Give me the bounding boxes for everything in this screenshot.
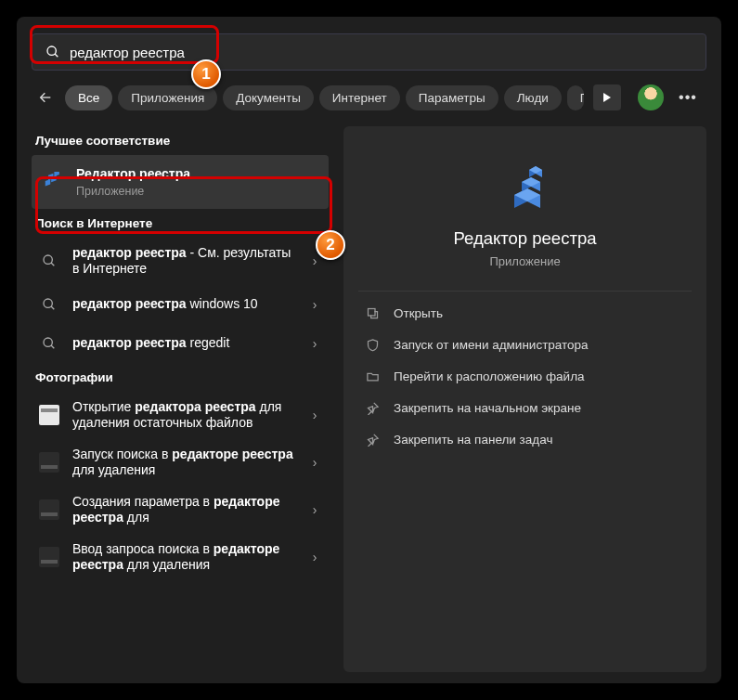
action-label: Запуск от имени администратора	[394, 338, 589, 352]
annotation-badge-1: 1	[191, 59, 221, 89]
photo-result-text: Открытие редактора реестра для удаления …	[72, 399, 301, 432]
user-avatar[interactable]	[638, 84, 664, 110]
photo-thumb-icon	[37, 498, 61, 522]
divider	[358, 291, 692, 292]
start-search-panel: Все Приложения Документы Интернет Параме…	[17, 17, 721, 683]
tab-all[interactable]: Все	[65, 85, 112, 110]
pin-icon	[364, 431, 381, 447]
photo-result-text: Запуск поиска в редакторе реестра для уд…	[72, 447, 301, 479]
tab-people[interactable]: Люди	[504, 85, 562, 110]
action-pin-taskbar[interactable]: Закрепить на панели задач	[358, 423, 692, 455]
pin-icon	[364, 399, 381, 416]
photo-result[interactable]: Создания параметра в редакторе реестра д…	[32, 486, 329, 534]
chevron-right-icon: ›	[306, 550, 323, 564]
web-result[interactable]: редактор реестра regedit ›	[32, 324, 329, 363]
svg-point-10	[44, 299, 52, 307]
search-icon	[37, 331, 61, 356]
best-match-header: Лучшее соответствие	[32, 126, 329, 155]
filter-row: Все Приложения Документы Интернет Параме…	[32, 84, 706, 111]
tab-overflow[interactable]: П	[567, 85, 584, 110]
results-body: Лучшее соответствие Редактор реестра При…	[32, 126, 706, 672]
search-icon	[45, 45, 60, 59]
photo-thumb-icon	[37, 403, 61, 427]
back-button[interactable]	[32, 84, 59, 111]
web-result-text: редактор реестра windows 10	[72, 296, 301, 313]
tab-web[interactable]: Интернет	[319, 85, 400, 110]
more-button[interactable]: •••	[675, 84, 701, 110]
photo-result[interactable]: Запуск поиска в редакторе реестра для уд…	[32, 439, 329, 486]
regedit-icon	[41, 170, 65, 194]
svg-rect-4	[45, 179, 51, 187]
photos-header: Фотографии	[32, 363, 329, 392]
web-result[interactable]: редактор реестра windows 10 ›	[32, 285, 329, 324]
photo-thumb-icon	[37, 450, 61, 474]
chevron-right-icon: ›	[306, 502, 323, 517]
search-icon	[37, 249, 61, 273]
photo-result-text: Создания параметра в редакторе реестра д…	[72, 494, 301, 526]
action-label: Открыть	[394, 306, 443, 320]
tab-settings[interactable]: Параметры	[406, 85, 498, 110]
photo-result[interactable]: Ввод запроса поиска в редакторе реестра …	[32, 534, 329, 581]
photo-result[interactable]: Открытие редактора реестра для удаления …	[32, 392, 329, 439]
svg-point-12	[44, 338, 52, 346]
action-pin-start[interactable]: Закрепить на начальном экране	[358, 392, 692, 423]
svg-line-11	[51, 306, 54, 309]
svg-line-9	[51, 263, 54, 266]
search-input[interactable]	[70, 45, 693, 60]
svg-line-1	[55, 54, 58, 57]
annotation-badge-2: 2	[316, 230, 345, 260]
detail-pane: Редактор реестра Приложение Открыть Запу…	[343, 126, 706, 672]
web-header: Поиск в Интернете	[32, 209, 329, 238]
svg-rect-23	[368, 308, 375, 316]
action-open[interactable]: Открыть	[358, 297, 692, 329]
results-list: Лучшее соответствие Редактор реестра При…	[32, 126, 329, 672]
best-match-result[interactable]: Редактор реестра Приложение	[32, 155, 329, 209]
scroll-tabs-button[interactable]	[593, 84, 621, 110]
regedit-large-icon	[496, 154, 555, 214]
detail-title: Редактор реестра	[358, 228, 692, 249]
open-icon	[364, 305, 381, 321]
action-label: Закрепить на панели задач	[394, 433, 552, 447]
web-result-text: редактор реестра regedit	[72, 335, 301, 352]
action-run-as-admin[interactable]: Запуск от имени администратора	[358, 329, 692, 360]
chevron-right-icon: ›	[306, 455, 323, 470]
svg-point-8	[44, 255, 52, 264]
best-match-title: Редактор реестра	[76, 166, 319, 183]
svg-marker-3	[603, 93, 611, 102]
chevron-right-icon: ›	[306, 336, 323, 351]
svg-line-13	[51, 345, 54, 348]
shield-icon	[364, 336, 381, 353]
photo-thumb-icon	[37, 545, 61, 569]
svg-point-0	[47, 46, 56, 55]
filter-tabs: Все Приложения Документы Интернет Параме…	[65, 85, 584, 110]
web-result-text: редактор реестра - См. результаты в Инте…	[72, 245, 301, 278]
photo-result-text: Ввод запроса поиска в редакторе реестра …	[72, 541, 301, 574]
detail-sub: Приложение	[358, 254, 692, 268]
chevron-right-icon: ›	[306, 297, 323, 312]
chevron-right-icon: ›	[306, 408, 323, 422]
search-field[interactable]	[32, 33, 706, 71]
action-label: Перейти к расположению файла	[394, 369, 585, 383]
best-match-sub: Приложение	[76, 185, 319, 198]
folder-icon	[364, 368, 381, 384]
tab-documents[interactable]: Документы	[223, 85, 314, 110]
search-icon	[37, 292, 61, 317]
web-result[interactable]: редактор реестра - См. результаты в Инте…	[32, 238, 329, 285]
svg-rect-7	[54, 172, 59, 176]
action-open-location[interactable]: Перейти к расположению файла	[358, 360, 692, 392]
action-label: Закрепить на начальном экране	[394, 401, 581, 415]
